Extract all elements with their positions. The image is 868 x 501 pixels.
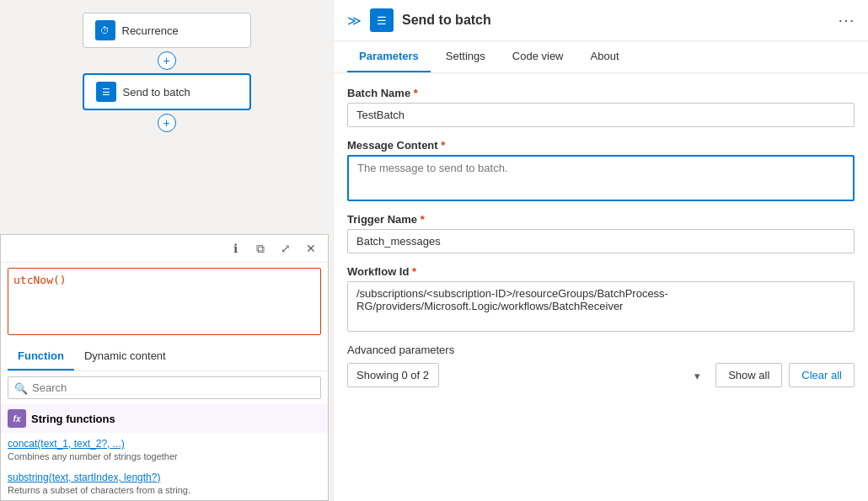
tab-code-view[interactable]: Code view (501, 41, 576, 72)
send-to-batch-node[interactable]: ☰ Send to batch (83, 73, 251, 110)
advanced-dropdown-wrap: Showing 0 of 2 (347, 363, 709, 387)
string-functions-label: String functions (31, 413, 115, 425)
send-to-batch-icon: ☰ (96, 82, 116, 102)
trigger-name-field: Trigger Name * (347, 213, 855, 253)
right-panel: ≫ ☰ Send to batch ⋯ Parameters Settings … (333, 0, 868, 501)
canvas-area: ⏱ Recurrence + ☰ Send to batch + (0, 0, 333, 185)
advanced-parameters-section: Advanced parameters Showing 0 of 2 Show … (347, 344, 855, 387)
expand-button[interactable]: ⤢ (276, 238, 296, 258)
batch-name-input[interactable] (347, 103, 855, 127)
copy-button[interactable]: ⧉ (250, 238, 271, 258)
concat-function-item: concat(text_1, text_2?, ...) Combines an… (8, 433, 321, 466)
fx-icon: fx (8, 409, 26, 428)
advanced-parameters-label: Advanced parameters (347, 344, 855, 356)
tab-dynamic-content[interactable]: Dynamic content (74, 343, 176, 370)
message-content-label: Message Content * (347, 139, 855, 152)
left-panel: ⏱ Recurrence + ☰ Send to batch + ℹ ⧉ ⤢ ✕… (0, 0, 333, 501)
tab-about[interactable]: About (579, 41, 631, 72)
more-options-button[interactable]: ⋯ (838, 10, 855, 30)
show-all-button[interactable]: Show all (715, 363, 782, 387)
string-functions-header[interactable]: fx String functions (1, 404, 328, 433)
expr-toolbar: ℹ ⧉ ⤢ ✕ (1, 235, 328, 263)
send-to-batch-label: Send to batch (123, 86, 190, 99)
expr-textarea-wrap: utcNow() (1, 263, 328, 343)
search-input[interactable] (8, 376, 321, 399)
panel-title: Send to batch (402, 13, 829, 28)
batch-name-field: Batch Name * (347, 87, 855, 127)
batch-name-label: Batch Name * (347, 87, 855, 99)
clear-all-button[interactable]: Clear all (789, 363, 855, 387)
message-content-input[interactable] (347, 155, 855, 201)
expr-tabs: Function Dynamic content (1, 343, 328, 371)
connector-plus-2[interactable]: + (158, 114, 176, 132)
collapse-button[interactable]: ≫ (347, 13, 362, 29)
tab-settings[interactable]: Settings (434, 41, 497, 72)
concat-function-desc: Combines any number of strings together (8, 451, 321, 461)
message-content-field: Message Content * (347, 139, 855, 201)
panel-title-icon: ☰ (370, 8, 394, 32)
panel-body: Batch Name * Message Content * Trigger N… (334, 73, 868, 401)
tab-function[interactable]: Function (8, 343, 74, 370)
trigger-name-label: Trigger Name * (347, 213, 855, 226)
search-wrap: 🔍 (8, 376, 321, 399)
trigger-name-input[interactable] (347, 229, 855, 253)
substring-function-name[interactable]: substring(text, startIndex, length?) (8, 472, 321, 483)
expression-input[interactable]: utcNow() (8, 268, 321, 335)
tab-parameters[interactable]: Parameters (347, 41, 431, 72)
recurrence-label: Recurrence (122, 24, 179, 37)
close-button[interactable]: ✕ (301, 238, 321, 258)
expression-editor: ℹ ⧉ ⤢ ✕ utcNow() Function Dynamic conten… (0, 234, 329, 501)
substring-function-item: substring(text, startIndex, length?) Ret… (8, 466, 321, 500)
info-button[interactable]: ℹ (225, 238, 245, 258)
advanced-parameters-dropdown[interactable]: Showing 0 of 2 (347, 363, 439, 387)
search-icon: 🔍 (14, 381, 28, 394)
recurrence-node[interactable]: ⏱ Recurrence (83, 13, 251, 48)
workflow-id-label: Workflow Id * (347, 265, 855, 278)
substring-function-desc: Returns a subset of characters from a st… (8, 485, 321, 495)
search-box-wrap: 🔍 (1, 371, 328, 404)
advanced-parameters-row: Showing 0 of 2 Show all Clear all (347, 363, 855, 387)
panel-tabs: Parameters Settings Code view About (334, 41, 868, 73)
recurrence-icon: ⏱ (95, 20, 115, 40)
functions-list: fx String functions concat(text_1, text_… (1, 404, 328, 500)
workflow-id-input[interactable]: /subscriptions/<subscription-ID>/resourc… (347, 281, 855, 332)
panel-header: ≫ ☰ Send to batch ⋯ (334, 0, 868, 41)
connector-plus-1[interactable]: + (158, 51, 176, 70)
concat-function-name[interactable]: concat(text_1, text_2?, ...) (8, 438, 321, 450)
workflow-id-field: Workflow Id * /subscriptions/<subscripti… (347, 265, 855, 332)
